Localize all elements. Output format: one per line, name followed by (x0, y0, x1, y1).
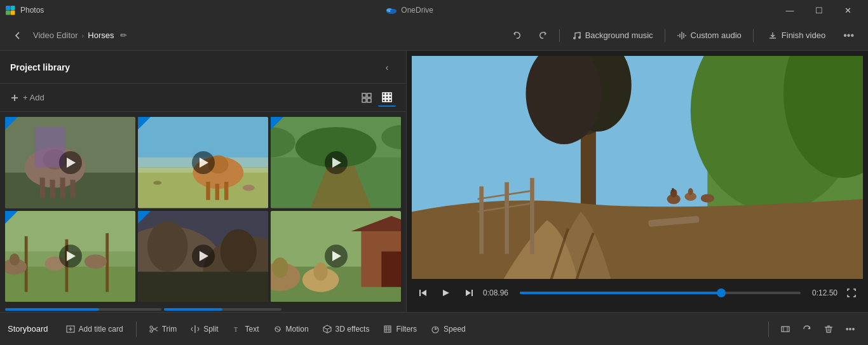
svg-rect-16 (383, 96, 385, 98)
music-icon (571, 30, 581, 41)
storyboard-divider-1 (136, 321, 137, 337)
media-item[interactable] (271, 211, 401, 302)
play-button[interactable] (325, 245, 348, 267)
breadcrumb-separator: › (82, 32, 85, 39)
svg-point-57 (85, 254, 107, 268)
svg-point-6 (390, 9, 397, 13)
custom-audio-button[interactable]: Custom audio (670, 25, 748, 46)
motion-button[interactable]: Motion (267, 318, 315, 341)
onedrive-label: OneDrive (401, 6, 433, 15)
collapse-library-button[interactable]: ‹ (378, 58, 396, 76)
breadcrumb-current: Horses (88, 30, 114, 40)
add-title-card-button[interactable]: Add title card (60, 318, 130, 341)
media-item[interactable] (5, 211, 135, 302)
breadcrumb: Video Editor › Horses ✏ (33, 30, 127, 40)
media-item[interactable] (138, 211, 268, 302)
finish-video-label: Finish video (782, 30, 825, 40)
prev-frame-button[interactable] (414, 284, 432, 302)
titlebar-controls: — ☐ ✕ (775, 0, 863, 20)
svg-rect-18 (389, 96, 391, 98)
svg-rect-68 (381, 251, 401, 287)
play-button[interactable] (59, 245, 82, 267)
undo-button[interactable] (506, 25, 529, 46)
svg-rect-10 (367, 93, 371, 97)
media-selected-indicator (138, 211, 151, 224)
scrollbar-thumb-1[interactable] (5, 308, 99, 311)
add-title-card-label: Add title card (79, 325, 123, 334)
svg-rect-106 (384, 326, 391, 332)
fullscreen-button[interactable] (843, 284, 860, 302)
svg-point-91 (701, 194, 714, 202)
view-toggle (358, 89, 396, 107)
add-media-button[interactable]: + Add (10, 93, 44, 102)
play-pause-button[interactable] (437, 284, 455, 302)
background-music-button[interactable]: Background music (565, 25, 660, 46)
grid-view-1-button[interactable] (358, 89, 376, 107)
split-icon (191, 325, 200, 334)
back-button[interactable] (8, 25, 28, 46)
library-header-right: ‹ (378, 58, 396, 76)
speed-label: Speed (444, 325, 466, 334)
play-icon (332, 158, 341, 168)
finish-video-button[interactable]: Finish video (759, 25, 834, 46)
svg-point-62 (220, 229, 257, 273)
export-icon (768, 30, 778, 41)
horizontal-scrollbar-2[interactable] (164, 308, 281, 311)
svg-rect-26 (40, 178, 45, 198)
3d-effects-button[interactable]: 3D effects (316, 318, 376, 341)
resize-button[interactable] (775, 319, 796, 339)
svg-rect-20 (386, 99, 388, 102)
rotate-button[interactable] (797, 319, 817, 339)
empty-scrollbar-area (284, 307, 402, 312)
play-button[interactable] (59, 151, 82, 174)
library-title: Project library (10, 62, 70, 72)
play-icon (67, 158, 76, 168)
speed-button[interactable]: Speed (424, 318, 472, 341)
trim-button[interactable]: Trim (143, 318, 184, 341)
next-frame-icon (465, 288, 473, 297)
trim-icon (149, 325, 158, 334)
play-icon (200, 158, 208, 168)
redo-button[interactable] (531, 25, 554, 46)
svg-rect-1 (11, 6, 15, 10)
storyboard-more-button[interactable]: ••• (840, 319, 860, 339)
horizontal-scrollbar-1[interactable] (5, 308, 161, 311)
media-item[interactable] (271, 117, 401, 208)
svg-rect-112 (782, 327, 789, 332)
scrollbar-thumb-2[interactable] (164, 308, 222, 311)
progress-bar[interactable] (520, 292, 801, 294)
more-options-button[interactable]: ••• (837, 25, 860, 46)
next-frame-button[interactable] (460, 284, 478, 302)
minimize-button[interactable]: — (775, 0, 804, 20)
edit-title-icon[interactable]: ✏ (120, 30, 127, 40)
close-button[interactable]: ✕ (834, 0, 863, 20)
add-icon (10, 93, 19, 102)
media-item[interactable] (138, 117, 268, 208)
svg-rect-38 (224, 182, 228, 200)
play-button[interactable] (192, 245, 215, 267)
svg-rect-83 (530, 178, 534, 254)
speed-icon (431, 325, 440, 334)
play-button[interactable] (325, 151, 348, 174)
toolbar-divider-1 (559, 29, 560, 42)
media-item[interactable] (5, 117, 135, 208)
library-toolbar: + Add (0, 84, 406, 112)
svg-rect-15 (389, 93, 391, 95)
split-button[interactable]: Split (184, 318, 224, 341)
text-button[interactable]: T Text (226, 318, 266, 341)
grid-view-2-button[interactable] (378, 89, 396, 107)
maximize-button[interactable]: ☐ (804, 0, 834, 20)
svg-point-8 (578, 36, 581, 39)
progress-fill (520, 292, 721, 294)
filters-button[interactable]: Filters (377, 318, 423, 341)
scrollbar-area (0, 307, 406, 312)
play-button[interactable] (192, 151, 215, 174)
audio-icon (677, 30, 687, 41)
delete-button[interactable] (818, 319, 839, 339)
toolbar: Video Editor › Horses ✏ Background mus (0, 20, 868, 51)
split-label: Split (203, 325, 218, 334)
svg-rect-28 (60, 178, 65, 198)
undo-icon (512, 30, 522, 41)
progress-thumb[interactable] (717, 288, 726, 297)
breadcrumb-parent[interactable]: Video Editor (33, 30, 78, 40)
